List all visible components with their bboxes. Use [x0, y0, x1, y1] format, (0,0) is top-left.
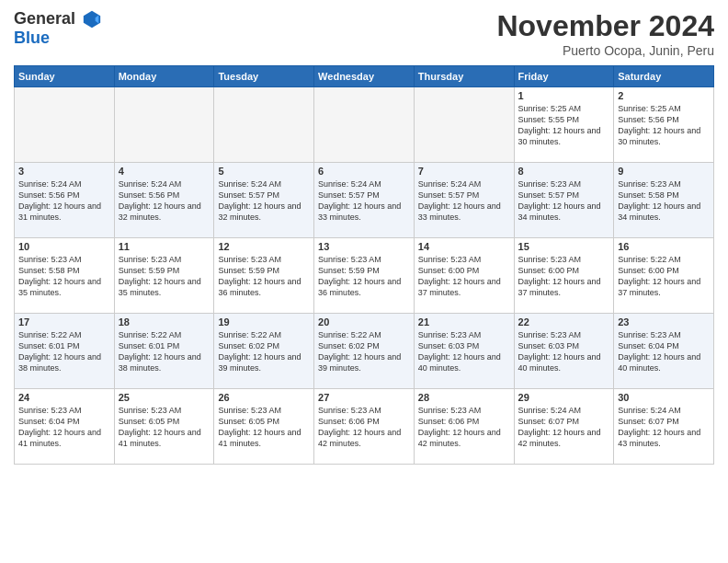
- cell-info: Sunrise: 5:24 AMSunset: 5:57 PMDaylight:…: [318, 178, 410, 224]
- day-number: 3: [18, 166, 110, 177]
- cell-info: Sunrise: 5:22 AMSunset: 6:01 PMDaylight:…: [119, 329, 210, 374]
- logo-general-text: General: [14, 9, 102, 29]
- calendar-cell: 12Sunrise: 5:23 AMSunset: 5:59 PMDayligh…: [214, 238, 314, 314]
- month-title: November 2024: [496, 9, 714, 43]
- day-number: 19: [218, 316, 310, 327]
- calendar-cell: 4Sunrise: 5:24 AMSunset: 5:56 PMDaylight…: [114, 163, 214, 238]
- col-monday: Monday: [114, 66, 214, 87]
- subtitle: Puerto Ocopa, Junin, Peru: [496, 43, 714, 58]
- cell-info: Sunrise: 5:23 AMSunset: 5:58 PMDaylight:…: [618, 178, 710, 224]
- day-number: 25: [119, 392, 210, 403]
- calendar-cell: 14Sunrise: 5:23 AMSunset: 6:00 PMDayligh…: [414, 238, 514, 314]
- col-friday: Friday: [514, 66, 614, 87]
- day-number: 26: [218, 392, 310, 403]
- day-number: 17: [18, 316, 110, 327]
- title-area: November 2024 Puerto Ocopa, Junin, Peru: [496, 9, 714, 58]
- calendar-cell: 9Sunrise: 5:23 AMSunset: 5:58 PMDaylight…: [614, 163, 714, 238]
- calendar-cell: 21Sunrise: 5:23 AMSunset: 6:03 PMDayligh…: [414, 314, 514, 389]
- cell-info: Sunrise: 5:23 AMSunset: 6:03 PMDaylight:…: [418, 329, 510, 374]
- day-number: 30: [618, 392, 710, 403]
- calendar-cell: 29Sunrise: 5:24 AMSunset: 6:07 PMDayligh…: [514, 389, 614, 465]
- day-number: 21: [418, 316, 510, 327]
- day-number: 12: [218, 241, 310, 252]
- col-thursday: Thursday: [414, 66, 514, 87]
- cell-info: Sunrise: 5:23 AMSunset: 6:00 PMDaylight:…: [418, 254, 510, 299]
- cell-info: Sunrise: 5:23 AMSunset: 5:57 PMDaylight:…: [518, 178, 610, 224]
- col-tuesday: Tuesday: [214, 66, 314, 87]
- header-row: Sunday Monday Tuesday Wednesday Thursday…: [15, 66, 714, 87]
- calendar-cell: 18Sunrise: 5:22 AMSunset: 6:01 PMDayligh…: [114, 314, 214, 389]
- day-number: 29: [518, 392, 610, 403]
- day-number: 14: [418, 241, 510, 252]
- cell-info: Sunrise: 5:23 AMSunset: 6:03 PMDaylight:…: [518, 329, 610, 374]
- cell-info: Sunrise: 5:23 AMSunset: 5:58 PMDaylight:…: [18, 254, 110, 299]
- day-number: 18: [119, 316, 210, 327]
- calendar-cell: 25Sunrise: 5:23 AMSunset: 6:05 PMDayligh…: [114, 389, 214, 465]
- calendar-cell: 27Sunrise: 5:23 AMSunset: 6:06 PMDayligh…: [314, 389, 415, 465]
- cell-info: Sunrise: 5:24 AMSunset: 5:57 PMDaylight:…: [218, 178, 310, 224]
- day-number: 28: [418, 392, 510, 403]
- calendar-table: Sunday Monday Tuesday Wednesday Thursday…: [14, 65, 714, 465]
- calendar-cell: 23Sunrise: 5:23 AMSunset: 6:04 PMDayligh…: [614, 314, 714, 389]
- calendar-cell: 2Sunrise: 5:25 AMSunset: 5:56 PMDaylight…: [614, 87, 714, 163]
- cell-info: Sunrise: 5:23 AMSunset: 6:05 PMDaylight:…: [119, 405, 210, 450]
- calendar-week-3: 10Sunrise: 5:23 AMSunset: 5:58 PMDayligh…: [15, 238, 714, 314]
- calendar-cell: 24Sunrise: 5:23 AMSunset: 6:04 PMDayligh…: [15, 389, 115, 465]
- day-number: 16: [618, 241, 710, 252]
- calendar-week-1: 1Sunrise: 5:25 AMSunset: 5:55 PMDaylight…: [15, 87, 714, 163]
- day-number: 5: [218, 166, 310, 177]
- cell-info: Sunrise: 5:22 AMSunset: 6:02 PMDaylight:…: [318, 329, 410, 374]
- cell-info: Sunrise: 5:23 AMSunset: 5:59 PMDaylight:…: [318, 254, 410, 299]
- calendar-cell: [314, 87, 415, 163]
- cell-info: Sunrise: 5:24 AMSunset: 5:56 PMDaylight:…: [119, 178, 210, 224]
- day-number: 13: [318, 241, 410, 252]
- calendar-week-4: 17Sunrise: 5:22 AMSunset: 6:01 PMDayligh…: [15, 314, 714, 389]
- day-number: 8: [518, 166, 610, 177]
- calendar-week-5: 24Sunrise: 5:23 AMSunset: 6:04 PMDayligh…: [15, 389, 714, 465]
- calendar-cell: 16Sunrise: 5:22 AMSunset: 6:00 PMDayligh…: [614, 238, 714, 314]
- cell-info: Sunrise: 5:23 AMSunset: 6:04 PMDaylight:…: [18, 405, 110, 450]
- cell-info: Sunrise: 5:24 AMSunset: 5:57 PMDaylight:…: [418, 178, 510, 224]
- calendar-cell: 17Sunrise: 5:22 AMSunset: 6:01 PMDayligh…: [15, 314, 115, 389]
- calendar-cell: 6Sunrise: 5:24 AMSunset: 5:57 PMDaylight…: [314, 163, 415, 238]
- calendar-cell: 5Sunrise: 5:24 AMSunset: 5:57 PMDaylight…: [214, 163, 314, 238]
- calendar-cell: 1Sunrise: 5:25 AMSunset: 5:55 PMDaylight…: [514, 87, 614, 163]
- calendar-page: General Blue November 2024 Puerto Ocopa,…: [0, 0, 728, 563]
- col-wednesday: Wednesday: [314, 66, 415, 87]
- day-number: 11: [119, 241, 210, 252]
- cell-info: Sunrise: 5:24 AMSunset: 6:07 PMDaylight:…: [618, 405, 710, 450]
- calendar-cell: [15, 87, 115, 163]
- cell-info: Sunrise: 5:22 AMSunset: 6:01 PMDaylight:…: [18, 329, 110, 374]
- calendar-cell: [114, 87, 214, 163]
- day-number: 6: [318, 166, 410, 177]
- cell-info: Sunrise: 5:25 AMSunset: 5:56 PMDaylight:…: [618, 103, 710, 148]
- calendar-cell: 20Sunrise: 5:22 AMSunset: 6:02 PMDayligh…: [314, 314, 415, 389]
- logo: General Blue: [14, 9, 102, 48]
- cell-info: Sunrise: 5:22 AMSunset: 6:02 PMDaylight:…: [218, 329, 310, 374]
- day-number: 10: [18, 241, 110, 252]
- header: General Blue November 2024 Puerto Ocopa,…: [14, 9, 714, 58]
- calendar-cell: [214, 87, 314, 163]
- cell-info: Sunrise: 5:24 AMSunset: 5:56 PMDaylight:…: [18, 178, 110, 224]
- day-number: 15: [518, 241, 610, 252]
- day-number: 7: [418, 166, 510, 177]
- cell-info: Sunrise: 5:23 AMSunset: 6:06 PMDaylight:…: [418, 405, 510, 450]
- calendar-cell: 19Sunrise: 5:22 AMSunset: 6:02 PMDayligh…: [214, 314, 314, 389]
- day-number: 24: [18, 392, 110, 403]
- calendar-cell: 28Sunrise: 5:23 AMSunset: 6:06 PMDayligh…: [414, 389, 514, 465]
- calendar-cell: 3Sunrise: 5:24 AMSunset: 5:56 PMDaylight…: [15, 163, 115, 238]
- day-number: 20: [318, 316, 410, 327]
- calendar-cell: 30Sunrise: 5:24 AMSunset: 6:07 PMDayligh…: [614, 389, 714, 465]
- cell-info: Sunrise: 5:23 AMSunset: 5:59 PMDaylight:…: [119, 254, 210, 299]
- day-number: 22: [518, 316, 610, 327]
- calendar-week-2: 3Sunrise: 5:24 AMSunset: 5:56 PMDaylight…: [15, 163, 714, 238]
- day-number: 27: [318, 392, 410, 403]
- day-number: 1: [518, 90, 610, 101]
- calendar-cell: 11Sunrise: 5:23 AMSunset: 5:59 PMDayligh…: [114, 238, 214, 314]
- cell-info: Sunrise: 5:24 AMSunset: 6:07 PMDaylight:…: [518, 405, 610, 450]
- logo-blue-text: Blue: [14, 29, 50, 47]
- calendar-cell: 26Sunrise: 5:23 AMSunset: 6:05 PMDayligh…: [214, 389, 314, 465]
- calendar-cell: [414, 87, 514, 163]
- day-number: 9: [618, 166, 710, 177]
- cell-info: Sunrise: 5:22 AMSunset: 6:00 PMDaylight:…: [618, 254, 710, 299]
